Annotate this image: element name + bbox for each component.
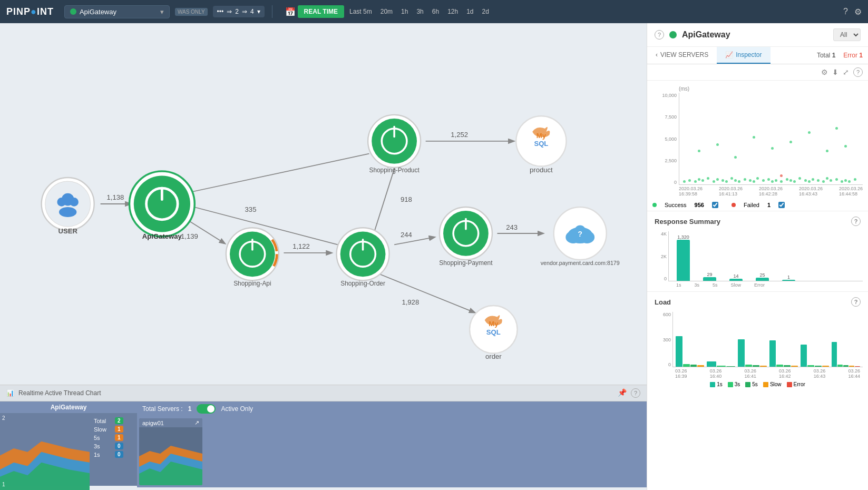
panel-help-icon[interactable]: ? bbox=[655, 30, 664, 40]
failed-label: Failed bbox=[744, 202, 759, 208]
svg-text:?: ? bbox=[578, 230, 582, 238]
load-chart: 600 300 0 bbox=[647, 309, 868, 394]
2d-button[interactable]: 2d bbox=[479, 6, 492, 17]
tab-inspector[interactable]: 📈 Inspector bbox=[717, 47, 770, 64]
expand-icon: ▾ bbox=[257, 8, 260, 15]
svg-text:SQL: SQL bbox=[534, 140, 548, 148]
failed-count: 1 bbox=[767, 202, 771, 208]
calendar-icon[interactable]: 📅 bbox=[285, 7, 296, 17]
6h-button[interactable]: 6h bbox=[429, 6, 442, 17]
svg-text:vendor.payment.card.com:8179: vendor.payment.card.com:8179 bbox=[541, 260, 620, 266]
node-name: ApiGateway bbox=[682, 30, 828, 40]
svg-text:243: 243 bbox=[506, 223, 518, 231]
svg-text:product: product bbox=[530, 166, 553, 174]
help-icon[interactable]: ? bbox=[631, 388, 640, 398]
svg-text:335: 335 bbox=[245, 205, 257, 213]
last-5m-button[interactable]: Last 5m bbox=[346, 6, 375, 17]
servers-header: Total Servers : 1 Active Only bbox=[137, 401, 647, 416]
tab-view-servers[interactable]: ‹ VIEW SERVERS bbox=[647, 47, 717, 64]
svg-point-44 bbox=[340, 231, 386, 277]
1h-button[interactable]: 1h bbox=[398, 6, 411, 17]
response-chart: 4K 2K 0 1,320 29 14 bbox=[647, 229, 868, 291]
bar-1s bbox=[677, 240, 690, 281]
20m-button[interactable]: 20m bbox=[377, 6, 396, 17]
failed-checkbox[interactable] bbox=[778, 202, 785, 208]
main-content: 1,138 1,139 335 1,252 1,122 918 bbox=[0, 23, 868, 490]
thread-legend: Total 2 Slow 1 5s 1 bbox=[90, 413, 137, 490]
svg-rect-0 bbox=[0, 44, 647, 364]
app-header: PINP●INT ApiGateway ▾ WAS ONLY ••• ⇒ 2 ⇒… bbox=[0, 0, 868, 23]
realtime-button[interactable]: REAL TIME bbox=[298, 5, 344, 18]
svg-point-49 bbox=[443, 211, 489, 256]
scatter-y-unit: (ms) bbox=[679, 86, 863, 92]
load-legend: 1s 3s 5s Slow Error bbox=[652, 380, 863, 389]
connection-info[interactable]: ••• ⇒ 2 ⇒ 4 ▾ bbox=[213, 6, 265, 17]
map-canvas[interactable]: 1,138 1,139 335 1,252 1,122 918 bbox=[0, 23, 647, 385]
server-mini-chart: apigw01 ↗ bbox=[139, 418, 202, 485]
time-controls: 📅 REAL TIME Last 5m 20m 1h 3h 6h 12h 1d … bbox=[285, 5, 492, 18]
svg-text:1,139: 1,139 bbox=[181, 232, 198, 240]
active-only-toggle[interactable] bbox=[197, 404, 216, 414]
success-checkbox[interactable] bbox=[712, 202, 718, 208]
thread-chart-header: 📊 Realtime Active Thread Chart 📌 ? bbox=[0, 385, 647, 401]
external-link-icon[interactable]: ↗ bbox=[194, 419, 199, 426]
3s-value: 0 bbox=[115, 443, 123, 449]
scatter-area[interactable] bbox=[679, 93, 863, 185]
svg-text:USER: USER bbox=[58, 227, 77, 235]
svg-text:Shopping-Api: Shopping-Api bbox=[233, 280, 271, 287]
5s-value: 1 bbox=[115, 434, 123, 441]
svg-text:1,138: 1,138 bbox=[107, 193, 124, 201]
bar-5s bbox=[729, 279, 743, 281]
thread-summary: ApiGateway 2 1 0 bbox=[0, 401, 137, 486]
svg-text:order: order bbox=[485, 352, 502, 360]
app-selector[interactable]: ApiGateway ▾ bbox=[64, 5, 170, 18]
server-title: apigw01 ↗ bbox=[139, 418, 202, 427]
map-area: 1,138 1,139 335 1,252 1,122 918 bbox=[0, 23, 647, 490]
svg-text:1,928: 1,928 bbox=[402, 298, 419, 306]
right-panel: ? ApiGateway All ‹ VIEW SERVERS 📈 Inspec… bbox=[647, 23, 868, 490]
response-help-icon[interactable]: ? bbox=[851, 217, 861, 226]
failed-legend-dot bbox=[732, 203, 736, 207]
expand-tool-icon[interactable]: ⤢ bbox=[843, 68, 849, 76]
3s-label: 3s bbox=[94, 443, 112, 449]
3h-button[interactable]: 3h bbox=[413, 6, 426, 17]
total-servers-value: 1 bbox=[188, 405, 192, 413]
success-count: 956 bbox=[695, 202, 704, 208]
total-value: 2 bbox=[115, 417, 123, 424]
scatter-legend: Success 956 Failed 1 bbox=[647, 199, 868, 211]
svg-point-24 bbox=[57, 198, 66, 207]
settings-tool-icon[interactable]: ⚙ bbox=[821, 68, 828, 76]
download-tool-icon[interactable]: ⬇ bbox=[832, 68, 838, 76]
12h-button[interactable]: 12h bbox=[444, 6, 461, 17]
scatter-chart-container: (ms) 10,000 7,500 5,000 2,500 0 bbox=[647, 81, 868, 199]
svg-text:918: 918 bbox=[401, 195, 412, 203]
gateway-label: ApiGateway bbox=[0, 401, 137, 413]
svg-text:1,122: 1,122 bbox=[292, 242, 310, 250]
load-bar-group-3 bbox=[738, 339, 766, 367]
svg-point-23 bbox=[59, 207, 76, 217]
total-label: Total 1 bbox=[817, 52, 835, 59]
slow-value: 1 bbox=[115, 426, 123, 433]
svg-text:ApiGateway: ApiGateway bbox=[142, 232, 182, 240]
error-label: Error 1 bbox=[843, 52, 863, 59]
settings-icon[interactable]: ⚙ bbox=[854, 7, 862, 17]
app-logo: PINP●INT bbox=[6, 6, 54, 17]
1d-button[interactable]: 1d bbox=[463, 6, 476, 17]
panel-tabs: ‹ VIEW SERVERS 📈 Inspector Total 1 Error… bbox=[647, 47, 868, 64]
success-label: Success bbox=[665, 202, 687, 208]
topology-map: 1,138 1,139 335 1,252 1,122 918 bbox=[0, 23, 647, 385]
load-help-icon[interactable]: ? bbox=[851, 297, 861, 307]
was-only-button[interactable]: WAS ONLY bbox=[175, 8, 208, 16]
panel-header: ? ApiGateway All bbox=[647, 23, 868, 47]
toolbar-help-icon[interactable]: ? bbox=[853, 67, 863, 77]
agent-icon: ⇒ bbox=[242, 8, 247, 15]
bar-3s bbox=[703, 277, 716, 281]
total-label: Total bbox=[94, 418, 112, 424]
load-section: Load ? bbox=[647, 291, 868, 309]
response-summary-section: Response Summary ? bbox=[647, 211, 868, 229]
node-status-dot bbox=[669, 31, 677, 38]
pin-icon[interactable]: 📌 bbox=[618, 388, 627, 398]
help-icon[interactable]: ? bbox=[843, 7, 848, 16]
filter-select[interactable]: All bbox=[833, 28, 861, 41]
header-right: ? ⚙ bbox=[843, 7, 862, 17]
